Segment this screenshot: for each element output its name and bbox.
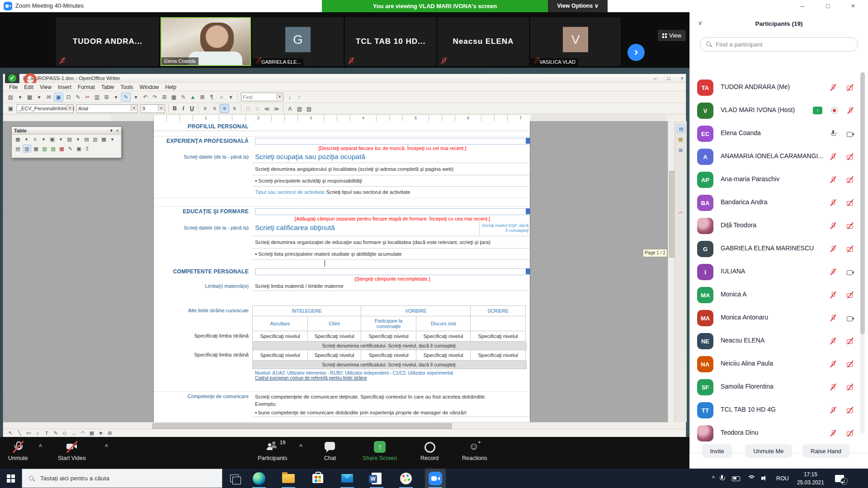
participant-row[interactable]: AP Ana-maria Paraschiv: [690, 168, 862, 191]
taskbar-edge[interactable]: [249, 469, 269, 488]
participant-row[interactable]: A ANAMARIA IONELA CARAMANGI...: [690, 145, 862, 168]
sidebar-navigator-icon[interactable]: ⊞: [677, 146, 684, 154]
volume-icon[interactable]: [761, 474, 770, 483]
paragraph-style-select[interactable]: _ECV_PersonalInfoHead▾: [17, 104, 74, 113]
task-view-button[interactable]: [224, 469, 245, 488]
video-tile-tcl[interactable]: TCL TAB 10 HD...: [345, 17, 436, 66]
table-toolbar-titlebar[interactable]: Table ▾ ×: [12, 127, 121, 135]
bold-button[interactable]: B: [170, 105, 179, 112]
standard-toolbar-icons[interactable]: ▤▾▦▾✉▣⊡✎✂▥⊞▾✎▾↶↷⊞▦✎▲⊠¶○▾: [6, 93, 236, 102]
participant-row[interactable]: BA Bandarica Andra: [690, 191, 862, 214]
menu-window[interactable]: Window: [137, 84, 162, 90]
invite-button[interactable]: Invite: [702, 444, 732, 458]
chat-button[interactable]: Chat: [324, 441, 336, 461]
toolbar-close-icon[interactable]: ×: [116, 128, 119, 133]
video-tile-neacsu[interactable]: Neacsu ELENA: [438, 17, 529, 66]
raise-hand-button[interactable]: Raise Hand: [802, 444, 849, 458]
view-options-button[interactable]: View Options ∨: [548, 0, 608, 12]
view-button[interactable]: View: [658, 30, 686, 41]
taskbar-mail[interactable]: [337, 469, 358, 488]
list-indent-buttons[interactable]: ∷∷≪≫: [243, 104, 281, 113]
start-video-button[interactable]: Start Video: [58, 441, 86, 461]
menu-insert[interactable]: Insert: [55, 84, 75, 90]
taskbar-word[interactable]: [366, 469, 387, 488]
scrollbar-thumb[interactable]: [152, 423, 452, 429]
participant-row[interactable]: NE Neacsu ELENA: [690, 329, 862, 352]
writer-close-button[interactable]: ×: [676, 75, 689, 82]
unmute-button[interactable]: Unmute: [8, 441, 28, 461]
horizontal-ruler[interactable]: 1 2 3 4 5 6 7: [111, 115, 667, 121]
share-screen-button[interactable]: ↑ Share Screen: [363, 441, 397, 461]
panel-scrollbar[interactable]: [860, 72, 865, 434]
horizontal-scrollbar[interactable]: [3, 422, 668, 429]
next-page-button[interactable]: ›: [627, 44, 645, 61]
participant-row[interactable]: SF Samoila Florentina: [690, 375, 862, 399]
writer-maximize-button[interactable]: □: [662, 75, 675, 82]
video-tile-vasilica[interactable]: V VASILICA VLAD: [530, 17, 621, 66]
participant-row[interactable]: NA Neiciiu Alina Paula: [690, 352, 862, 375]
video-tile-tudor[interactable]: TUDOR ANDRA...: [56, 17, 159, 66]
scrollbar-thumb[interactable]: [860, 72, 865, 334]
battery-icon[interactable]: [732, 474, 741, 483]
maximize-button[interactable]: □: [817, 0, 838, 12]
notification-center-icon[interactable]: 1: [835, 475, 844, 482]
drawing-toolbar[interactable]: ↖╲▭○T✎◇→◠▦★⊞: [3, 429, 686, 437]
menu-file[interactable]: File: [6, 84, 21, 90]
font-name-select[interactable]: Arial▾: [76, 104, 138, 113]
participant-row[interactable]: V VLAD MARI IVONA (Host) ↑: [690, 99, 862, 122]
font-color-buttons[interactable]: A▨▧: [285, 104, 314, 113]
menu-edit[interactable]: Edit: [21, 84, 37, 90]
clock[interactable]: 17:15 25.03.2021: [797, 470, 824, 487]
cefr-link[interactable]: Cadrul european comun de referinţă pentr…: [255, 375, 530, 380]
minimize-button[interactable]: –: [792, 0, 813, 12]
italic-button[interactable]: I: [179, 105, 188, 112]
table-toolbar-row2[interactable]: ▤▥▦▧▨▩✎▣Σ: [12, 144, 121, 154]
audio-options-caret[interactable]: ^: [39, 443, 42, 450]
document-area[interactable]: PROFILUL PERSONAL EXPERIENŢA PROFESIONAL…: [3, 121, 668, 422]
vertical-scrollbar[interactable]: [668, 121, 675, 422]
video-tile-gabriela[interactable]: G GABRIELA ELE...: [252, 17, 344, 66]
find-next-icon[interactable]: ↓: [285, 93, 294, 101]
menu-view[interactable]: View: [37, 84, 55, 90]
tray-mic-icon[interactable]: [717, 474, 726, 483]
participant-row[interactable]: I IULIANA: [690, 260, 862, 283]
menu-help[interactable]: Help: [162, 84, 179, 90]
sidebar-refresh-icon[interactable]: ◠: [677, 210, 684, 217]
participant-row[interactable]: TA TUDOR ANDRARA (Me): [690, 76, 862, 99]
participant-row[interactable]: Teodora Dinu: [690, 422, 862, 445]
participant-row[interactable]: EC Elena Coanda: [690, 122, 862, 145]
find-previous-icon[interactable]: ↑: [295, 93, 303, 101]
wifi-icon[interactable]: [746, 474, 755, 483]
document-page[interactable]: PROFILUL PERSONAL EXPERIENŢA PROFESIONAL…: [153, 121, 530, 422]
taskbar-zoom[interactable]: [425, 469, 446, 488]
find-participant-input[interactable]: Find a participant: [700, 37, 858, 52]
writer-minimize-button[interactable]: –: [649, 75, 661, 82]
language-indicator[interactable]: ROU: [776, 475, 789, 482]
participant-row[interactable]: TT TCL TAB 10 HD 4G: [690, 399, 862, 422]
video-options-caret[interactable]: ^: [105, 443, 108, 450]
record-button[interactable]: Record: [420, 441, 439, 461]
taskbar-file-explorer[interactable]: [278, 469, 299, 488]
font-size-select[interactable]: 9▾: [141, 104, 165, 113]
menu-table[interactable]: Table: [98, 84, 118, 90]
table-toolbar-row1[interactable]: ▦▾≡▾▣▾▨▾▤▥▩▾: [12, 135, 121, 144]
video-tile-elena-coanda[interactable]: Elena Coanda: [160, 17, 251, 66]
taskbar-store[interactable]: [307, 469, 328, 488]
participant-row[interactable]: Diță Teodora: [690, 214, 862, 237]
tray-expand-icon[interactable]: ^: [712, 474, 715, 481]
menu-tools[interactable]: Tools: [118, 84, 137, 90]
sidebar-gallery-icon[interactable]: ▦: [677, 136, 684, 143]
close-button[interactable]: ×: [843, 0, 863, 12]
styles-icon[interactable]: ▣: [6, 104, 15, 113]
underline-button[interactable]: U: [188, 105, 196, 112]
reactions-button[interactable]: ☺+ Reactions: [462, 441, 487, 461]
participant-row[interactable]: MA Monica A: [690, 283, 862, 306]
sidebar-properties-icon[interactable]: ▤: [677, 125, 685, 133]
unmute-me-button[interactable]: Unmute Me: [745, 444, 792, 458]
participant-row[interactable]: G GABRIELA ELENA MARINESCU: [690, 237, 862, 260]
participants-caret[interactable]: ^: [299, 443, 302, 450]
menu-format[interactable]: Format: [75, 84, 98, 90]
participants-button[interactable]: 19 Participants: [258, 441, 287, 461]
taskbar-search-input[interactable]: Tastați aici pentru a căuta: [22, 469, 222, 488]
alignment-buttons[interactable]: ≡≡≡≡: [200, 104, 239, 113]
